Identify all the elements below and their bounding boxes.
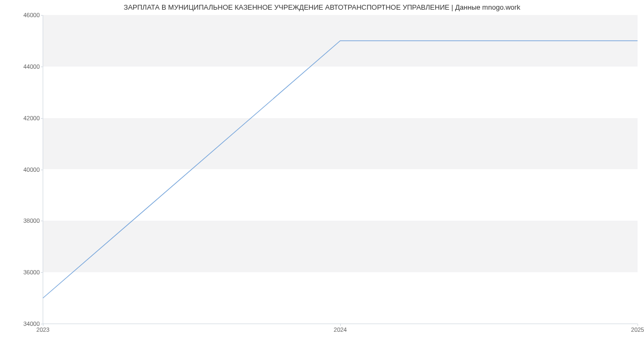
x-tick-mark	[638, 324, 638, 326]
y-tick-label: 38000	[8, 217, 40, 224]
x-tick-label: 2024	[334, 326, 347, 333]
chart-title: ЗАРПЛАТА В МУНИЦИПАЛЬНОЕ КАЗЕННОЕ УЧРЕЖД…	[0, 3, 644, 11]
line-chart: ЗАРПЛАТА В МУНИЦИПАЛЬНОЕ КАЗЕННОЕ УЧРЕЖД…	[0, 0, 644, 349]
y-tick-label: 46000	[8, 12, 40, 18]
y-tick-label: 34000	[8, 321, 40, 327]
x-tick-label: 2023	[36, 326, 49, 333]
x-tick-mark	[340, 324, 341, 326]
x-tick-label: 2025	[631, 326, 644, 333]
x-tick-mark	[43, 324, 43, 326]
plot-area	[43, 15, 638, 324]
y-tick-label: 44000	[8, 63, 40, 70]
y-tick-label: 42000	[8, 115, 40, 121]
y-tick-label: 36000	[8, 269, 40, 275]
y-tick-label: 40000	[8, 166, 40, 173]
